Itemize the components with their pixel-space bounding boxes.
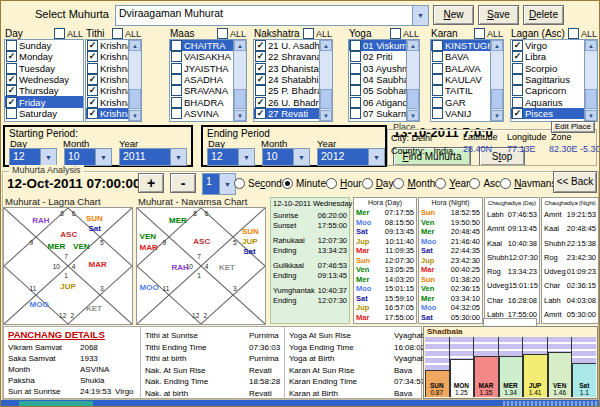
scroll-down-icon[interactable]: ▼ <box>234 110 246 121</box>
scrollbar[interactable]: ▲▼ <box>406 40 419 121</box>
list-item[interactable]: ASADHA <box>170 74 233 85</box>
list-item[interactable]: ✓22 Shravana <box>254 51 319 62</box>
checkbox-icon[interactable] <box>217 28 228 39</box>
scroll-thumb[interactable] <box>491 89 503 109</box>
checkbox-icon[interactable] <box>432 85 443 96</box>
list-item[interactable]: KINSTUGHNA <box>431 40 490 51</box>
checkbox-icon[interactable] <box>350 74 361 85</box>
list-item[interactable]: ✓Krishna 7 <box>86 40 128 51</box>
list-item[interactable]: ✓Krishna 13 <box>86 108 128 119</box>
checkbox-icon[interactable] <box>171 108 182 119</box>
checkbox-icon[interactable] <box>432 51 443 62</box>
back-button[interactable]: << Back <box>553 171 597 193</box>
list-item[interactable]: ASVINA <box>170 108 233 119</box>
scrollbar[interactable]: ▲▼ <box>319 40 332 121</box>
list-item[interactable]: 07 Sukarma <box>349 108 406 119</box>
checkbox-icon[interactable]: ✓ <box>6 74 17 85</box>
scroll-down-icon[interactable]: ▼ <box>585 110 597 121</box>
scroll-thumb[interactable] <box>585 89 597 109</box>
list-item[interactable]: ✓27 Revati <box>254 108 319 119</box>
checkbox-icon[interactable]: ✓ <box>255 40 266 51</box>
end-month-combo[interactable]: 10 ▼ <box>262 148 310 166</box>
checkbox-icon[interactable] <box>6 63 17 74</box>
list-item[interactable]: BAVA <box>431 51 490 62</box>
list-item[interactable]: ✓Krishna 12 <box>86 96 128 107</box>
checkbox-icon[interactable] <box>112 28 123 39</box>
scroll-down-icon[interactable]: ▼ <box>407 110 419 121</box>
checkbox-icon[interactable] <box>390 28 401 39</box>
list-item[interactable]: Capricorn <box>511 85 584 96</box>
checkbox-icon[interactable]: ✓ <box>6 51 17 62</box>
scrollbar[interactable]: ▲▼ <box>233 40 246 121</box>
scroll-thumb[interactable] <box>407 89 419 109</box>
header-save-button[interactable]: Save <box>478 5 519 25</box>
muhurta-select-combo[interactable]: Dviraagaman Muhurat ▼ <box>115 5 429 26</box>
list-item[interactable]: Saturday <box>5 108 83 119</box>
list-item[interactable]: ✓Virgo <box>511 40 584 51</box>
checkbox-icon[interactable] <box>350 40 361 51</box>
list-item[interactable]: ✓Friday <box>5 96 83 107</box>
list-item[interactable]: Sunday <box>5 40 83 51</box>
start-month-combo[interactable]: 10 ▼ <box>64 148 112 166</box>
radio-month[interactable]: Month <box>393 178 435 189</box>
list-item[interactable]: ✓Wednesday <box>5 74 83 85</box>
list-item[interactable]: Tuesday <box>5 63 83 74</box>
checkbox-icon[interactable]: ✓ <box>6 85 17 96</box>
list-item[interactable]: KAULAV <box>431 74 490 85</box>
checkbox-icon[interactable]: ✓ <box>87 40 98 51</box>
dropdown-arrow-icon[interactable]: ▼ <box>40 149 56 165</box>
list-item[interactable]: GAR <box>431 96 490 107</box>
scrollbar[interactable]: ▲▼ <box>490 40 503 121</box>
checkbox-icon[interactable] <box>171 74 182 85</box>
filter-all-checkbox[interactable]: ALL <box>474 28 503 39</box>
list-item[interactable]: 05 Sobhana <box>349 85 406 96</box>
checkbox-icon[interactable] <box>512 97 523 108</box>
checkbox-icon[interactable] <box>474 28 485 39</box>
checkbox-icon[interactable]: ✓ <box>512 51 523 62</box>
start-year-combo[interactable]: 2011 ▼ <box>119 148 187 166</box>
list-item[interactable]: ✓Thursday <box>5 85 83 96</box>
list-item[interactable]: JYAISTHA <box>170 63 233 74</box>
filter-all-checkbox[interactable]: ALL <box>54 28 83 39</box>
filter-all-checkbox[interactable]: ALL <box>112 28 141 39</box>
checkbox-icon[interactable] <box>350 51 361 62</box>
filter-all-checkbox[interactable]: ALL <box>568 28 597 39</box>
checkbox-icon[interactable] <box>432 40 443 51</box>
scroll-down-icon[interactable]: ▼ <box>129 110 141 121</box>
checkbox-icon[interactable] <box>350 108 361 119</box>
scrollbar[interactable]: ▲▼ <box>128 40 141 121</box>
plus-button[interactable]: + <box>138 173 164 193</box>
scroll-up-icon[interactable]: ▲ <box>234 40 246 51</box>
dropdown-arrow-icon[interactable]: ▼ <box>238 149 254 165</box>
checkbox-icon[interactable] <box>432 97 443 108</box>
checkbox-icon[interactable] <box>171 85 182 96</box>
start-day-combo[interactable]: 12 ▼ <box>9 148 57 166</box>
checkbox-icon[interactable] <box>255 85 266 96</box>
checkbox-icon[interactable] <box>171 40 182 51</box>
list-item[interactable]: Aquarius <box>511 96 584 107</box>
scroll-up-icon[interactable]: ▲ <box>585 40 597 51</box>
list-item[interactable]: SRAVANA <box>170 85 233 96</box>
checkbox-icon[interactable] <box>54 28 65 39</box>
checkbox-icon[interactable] <box>6 40 17 51</box>
list-item[interactable]: ✓Krishna 10 <box>86 74 128 85</box>
checkbox-icon[interactable] <box>171 63 182 74</box>
radio-minute[interactable]: Minute <box>282 178 326 189</box>
checkbox-icon[interactable]: ✓ <box>255 74 266 85</box>
list-item[interactable]: CHAITRA <box>170 40 233 51</box>
header-new-button[interactable]: New <box>433 5 474 25</box>
checkbox-icon[interactable] <box>350 97 361 108</box>
dropdown-arrow-icon[interactable]: ▼ <box>95 149 111 165</box>
checkbox-icon[interactable]: ✓ <box>255 108 266 119</box>
checkbox-icon[interactable]: ✓ <box>255 97 266 108</box>
checkbox-icon[interactable] <box>350 63 361 74</box>
minus-button[interactable]: - <box>170 173 196 193</box>
list-item[interactable]: ✓24 Shatabhi <box>254 74 319 85</box>
checkbox-icon[interactable] <box>568 28 579 39</box>
radio-year[interactable]: Year <box>435 178 469 189</box>
checkbox-icon[interactable]: ✓ <box>512 108 523 119</box>
list-item[interactable]: ✓Libra <box>511 51 584 62</box>
checkbox-icon[interactable] <box>512 85 523 96</box>
header-delete-button[interactable]: Delete <box>523 5 564 25</box>
list-item[interactable]: 02 Priti <box>349 51 406 62</box>
